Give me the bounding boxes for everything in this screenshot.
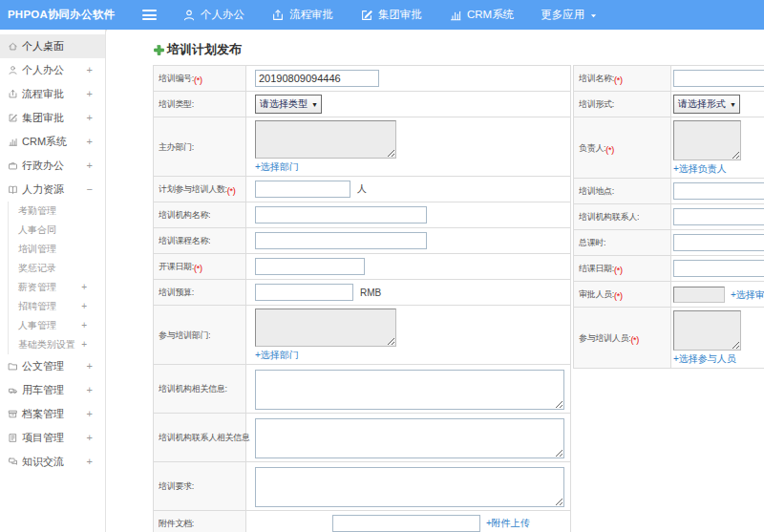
field-input[interactable] <box>332 515 480 532</box>
field-input[interactable] <box>255 258 365 275</box>
sidebar-item[interactable]: 公文管理+ <box>0 354 105 378</box>
approver-readonly-input[interactable] <box>673 287 725 303</box>
picker-link[interactable]: +选择参与人员 <box>673 352 764 366</box>
topnav-item[interactable]: 个人办公 <box>182 8 244 22</box>
field-input[interactable] <box>255 284 353 301</box>
form-row: 结课日期: (*) <box>574 256 764 282</box>
sidebar-item[interactable]: CRM系统+ <box>0 130 105 154</box>
collapse-minus-icon: − <box>87 184 93 195</box>
sidebar-subitem[interactable]: 人事合同 <box>9 221 105 240</box>
field-value-cell <box>671 179 764 204</box>
picker-link[interactable]: +选择部门 <box>255 349 570 362</box>
topnav-item-label: 个人办公 <box>201 8 244 22</box>
topnav-item[interactable]: 流程审批 <box>271 8 333 22</box>
flow-icon <box>271 9 285 22</box>
field-label: 培训地点: <box>579 185 614 198</box>
sidebar-subitem[interactable]: 奖惩记录 <box>9 259 105 278</box>
form-row: 开课日期: (*) <box>154 254 571 280</box>
info-textarea[interactable] <box>255 467 564 507</box>
info-textarea[interactable] <box>255 418 564 458</box>
field-label: 主办部门: <box>159 141 194 154</box>
field-value-cell: 人 <box>246 177 571 202</box>
sidebar-item[interactable]: 个人办公+ <box>0 58 105 82</box>
sidebar-subitem[interactable]: 基础类别设置+ <box>9 335 105 354</box>
sidebar-subitem[interactable]: 人事管理+ <box>9 316 105 335</box>
form-row: 附件文档:+附件上传 <box>154 511 571 532</box>
field-select[interactable]: 请选择类型▼ <box>255 95 322 114</box>
sidebar-item[interactable]: 人力资源− <box>0 178 105 202</box>
field-input[interactable] <box>673 234 764 251</box>
field-label: 培训编号: <box>159 73 194 85</box>
field-value-cell <box>246 254 571 280</box>
field-select[interactable]: 请选择形式▼ <box>673 95 740 114</box>
field-value-cell <box>246 414 571 462</box>
picker-textarea[interactable] <box>673 120 741 160</box>
sidebar-item[interactable]: 集团审批+ <box>0 106 105 130</box>
required-marker: (*) <box>605 145 614 155</box>
picker-textarea[interactable] <box>673 310 741 351</box>
field-label: 总课时: <box>579 237 605 249</box>
field-input[interactable] <box>673 260 764 277</box>
field-label: 培训课程名称: <box>159 235 210 247</box>
sidebar-item-label: 知识交流 <box>22 455 64 469</box>
form-row: 参与培训人员: (*)+选择参与人员 <box>574 308 764 369</box>
topnav-item[interactable]: 更多应用 <box>541 8 604 22</box>
form-row: 总课时: <box>574 230 764 256</box>
expand-plus-icon: + <box>87 433 93 443</box>
field-label: 结课日期: <box>579 263 614 275</box>
form-table-right: 培训名称: (*)培训形式:请选择形式▼负责人: (*)+选择负责人培训地点:培… <box>573 65 764 369</box>
briefcase-icon <box>8 160 18 171</box>
field-value-cell <box>246 365 571 414</box>
expand-plus-icon: + <box>87 385 93 395</box>
sidebar-item[interactable]: 知识交流+ <box>0 450 105 474</box>
field-label: 培训要求: <box>159 480 194 493</box>
sidebar-item-label: 集团审批 <box>22 111 64 125</box>
field-input[interactable] <box>255 232 427 249</box>
form-row: 培训机构名称: <box>154 202 571 228</box>
menu-icon[interactable] <box>142 8 158 23</box>
field-value-cell: +选择参与人员 <box>671 308 764 369</box>
flow-icon <box>8 89 18 99</box>
field-input[interactable] <box>673 208 764 225</box>
sidebar-subitem[interactable]: 招聘管理+ <box>9 297 105 316</box>
sidebar-item[interactable]: 行政办公+ <box>0 154 105 178</box>
sidebar-item[interactable]: 项目管理+ <box>0 426 105 450</box>
field-input[interactable] <box>673 182 764 200</box>
info-textarea[interactable] <box>255 370 564 410</box>
topnav-item[interactable]: CRM系统 <box>449 8 514 22</box>
field-input[interactable] <box>673 70 764 87</box>
picker-textarea[interactable] <box>255 309 396 347</box>
sidebar-item[interactable]: 档案管理+ <box>0 402 105 426</box>
picker-link[interactable]: +选择审批人员 <box>731 289 764 300</box>
field-value-cell <box>246 462 571 511</box>
sidebar-subitem[interactable]: 薪资管理+ <box>9 278 105 297</box>
attachment-upload-link[interactable]: +附件上传 <box>486 518 530 528</box>
field-label-cell: 负责人: (*) <box>574 117 671 179</box>
picker-link[interactable]: +选择负责人 <box>673 162 764 176</box>
sidebar-item[interactable]: 个人桌面 <box>0 34 105 58</box>
topnav-item-label: 集团审批 <box>378 8 422 22</box>
field-label-cell: 主办部门: <box>154 117 246 177</box>
field-input[interactable] <box>255 70 379 87</box>
topnav-item-label: 更多应用 <box>541 8 584 22</box>
picker-link[interactable]: +选择部门 <box>255 160 570 174</box>
sidebar-item-label: 公文管理 <box>22 359 64 373</box>
field-label: 培训名称: <box>579 73 614 85</box>
sidebar-submenu: 考勤管理人事合同培训管理奖惩记录薪资管理+招聘管理+人事管理+基础类别设置+ <box>8 202 105 354</box>
sidebar-item-label: 流程审批 <box>22 87 64 101</box>
sidebar-item[interactable]: 用车管理+ <box>0 378 105 402</box>
sidebar-item[interactable]: 流程审批+ <box>0 82 105 106</box>
picker-textarea[interactable] <box>255 120 396 159</box>
sidebar-subitem[interactable]: 培训管理 <box>9 240 105 259</box>
sidebar-subitem[interactable]: 考勤管理 <box>9 202 105 221</box>
main-content: 培训计划发布 培训编号: (*)培训类型:请选择类型▼主办部门:+选择部门计划参… <box>107 30 764 532</box>
form-row: 培训名称: (*) <box>574 66 764 92</box>
field-value-cell: +选择部门 <box>246 117 571 177</box>
sidebar-item-label: 用车管理 <box>22 383 64 397</box>
field-input[interactable] <box>255 181 350 198</box>
required-marker: (*) <box>614 291 623 301</box>
form-row: 审批人员: (*)+选择审批人员 <box>574 282 764 308</box>
topnav-item[interactable]: 集团审批 <box>360 8 422 22</box>
sidebar-item-label: 档案管理 <box>22 407 64 421</box>
field-input[interactable] <box>255 206 427 223</box>
